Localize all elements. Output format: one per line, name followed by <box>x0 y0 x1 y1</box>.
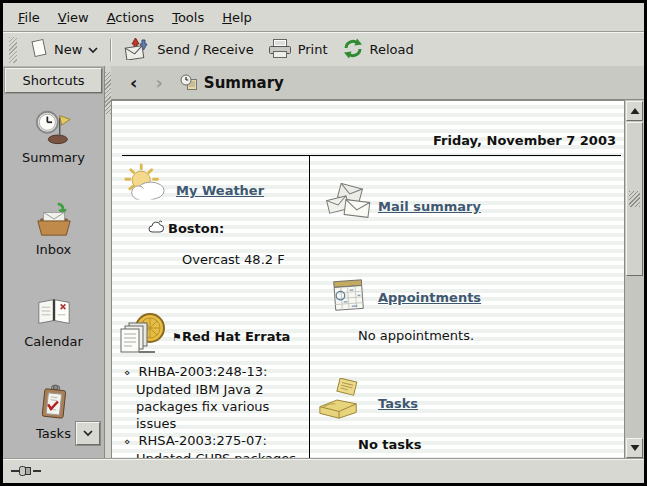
print-button[interactable]: Print <box>261 35 335 65</box>
menu-bar: File View Actions Tools Help <box>3 3 644 32</box>
mail-envelopes-icon <box>326 183 372 226</box>
reload-icon <box>342 38 364 62</box>
appointments-link[interactable]: Appointments <box>378 290 481 305</box>
print-button-label: Print <box>298 42 328 57</box>
shortcut-bar: Shortcuts Summary Inb <box>3 66 105 459</box>
tasks-link[interactable]: Tasks <box>378 396 418 411</box>
date-divider <box>122 155 621 156</box>
chevron-down-icon <box>88 42 98 57</box>
errata-item: RHBA-2003:248-13: Updated IBM Java 2 pac… <box>124 363 302 432</box>
sidebar-item-summary[interactable]: Summary <box>3 106 104 165</box>
back-button[interactable]: ‹ <box>121 74 146 92</box>
calendar-book-icon <box>3 290 104 330</box>
scroll-down-button[interactable] <box>626 438 643 458</box>
view-title: Summary <box>204 74 284 92</box>
menu-actions[interactable]: Actions <box>98 6 164 29</box>
summary-clock-icon <box>3 106 104 146</box>
appointments-status: No appointments. <box>358 328 474 343</box>
evolution-window: File View Actions Tools Help New Send / … <box>0 0 647 486</box>
weather-location: Boston: <box>168 221 224 236</box>
view-header: ‹ › Summary <box>111 66 644 100</box>
send-receive-button[interactable]: Send / Receive <box>117 34 260 66</box>
sidebar-item-label: Tasks <box>3 426 104 441</box>
new-document-icon <box>30 38 48 61</box>
menu-view[interactable]: View <box>49 6 98 29</box>
online-status-icon[interactable] <box>11 465 41 477</box>
appointments-calendar-icon <box>329 275 369 318</box>
reload-button-label: Reload <box>370 42 414 57</box>
forward-button[interactable]: › <box>146 74 171 92</box>
flag-icon: ⚑ <box>172 331 182 344</box>
summary-view: Friday, November 7 2003 My Weather <box>111 100 644 459</box>
sidebar-item-label: Calendar <box>3 334 104 349</box>
small-cloud-icon <box>148 220 164 237</box>
tasks-clipboard-icon <box>3 382 104 422</box>
sidebar-item-tasks[interactable]: Tasks <box>3 382 104 441</box>
printer-icon <box>268 38 292 62</box>
menu-help[interactable]: Help <box>213 6 261 29</box>
inbox-icon <box>3 198 104 238</box>
summary-view-icon <box>180 74 198 91</box>
summary-date: Friday, November 7 2003 <box>433 133 616 148</box>
shortcut-group-collapse-button[interactable] <box>76 422 100 445</box>
my-weather-link[interactable]: My Weather <box>176 183 264 198</box>
weather-conditions: Overcast 48.2 F <box>182 252 285 267</box>
status-bar <box>3 458 644 483</box>
send-receive-icon <box>124 37 151 63</box>
reload-button[interactable]: Reload <box>335 35 421 65</box>
mail-summary-link[interactable]: Mail summary <box>378 199 481 214</box>
errata-title: ⚑Red Hat Errata <box>172 329 290 344</box>
sidebar-item-calendar[interactable]: Calendar <box>3 290 104 349</box>
toolbar-grip-handle[interactable] <box>9 37 17 63</box>
new-button-label: New <box>54 42 82 57</box>
sidebar-item-label: Summary <box>3 150 104 165</box>
scroll-up-button[interactable] <box>626 101 643 121</box>
tasks-notes-icon <box>315 378 363 425</box>
shortcuts-group-label: Shortcuts <box>22 73 84 88</box>
sidebar-item-label: Inbox <box>3 242 104 257</box>
send-receive-label: Send / Receive <box>157 42 253 57</box>
vertical-scrollbar[interactable] <box>624 100 644 459</box>
errata-item: RHSA-2003:275-07: Updated CUPS packages … <box>124 432 302 459</box>
column-divider <box>309 155 310 458</box>
errata-list: RHBA-2003:248-13: Updated IBM Java 2 pac… <box>124 363 302 459</box>
errata-papers-icon <box>117 311 169 361</box>
weather-sun-cloud-icon <box>124 163 168 208</box>
summary-canvas: Friday, November 7 2003 My Weather <box>111 100 625 459</box>
toolbar-separator <box>110 39 112 61</box>
main-toolbar: New Send / Receive Print <box>3 33 644 67</box>
menu-file[interactable]: File <box>9 6 49 29</box>
menu-tools[interactable]: Tools <box>163 6 213 29</box>
new-button[interactable]: New <box>23 35 105 64</box>
sidebar-item-inbox[interactable]: Inbox <box>3 198 104 257</box>
tasks-status: No tasks <box>358 437 421 452</box>
shortcuts-group-button[interactable]: Shortcuts <box>5 68 102 93</box>
scrollbar-thumb[interactable] <box>626 122 643 276</box>
